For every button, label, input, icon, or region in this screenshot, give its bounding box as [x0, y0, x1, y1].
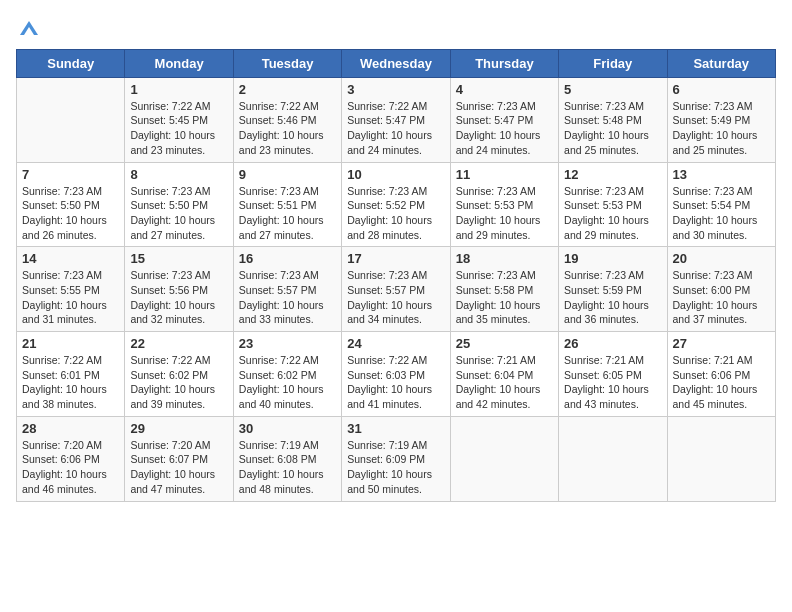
day-info: Sunrise: 7:21 AM Sunset: 6:05 PM Dayligh… [564, 353, 661, 412]
day-info: Sunrise: 7:20 AM Sunset: 6:07 PM Dayligh… [130, 438, 227, 497]
week-row-4: 28Sunrise: 7:20 AM Sunset: 6:06 PM Dayli… [17, 416, 776, 501]
day-info: Sunrise: 7:22 AM Sunset: 6:03 PM Dayligh… [347, 353, 444, 412]
calendar-cell: 20Sunrise: 7:23 AM Sunset: 6:00 PM Dayli… [667, 247, 775, 332]
day-number: 18 [456, 251, 553, 266]
calendar-cell: 17Sunrise: 7:23 AM Sunset: 5:57 PM Dayli… [342, 247, 450, 332]
day-info: Sunrise: 7:22 AM Sunset: 6:02 PM Dayligh… [239, 353, 336, 412]
week-row-1: 7Sunrise: 7:23 AM Sunset: 5:50 PM Daylig… [17, 162, 776, 247]
logo [16, 16, 40, 39]
calendar-cell [450, 416, 558, 501]
day-info: Sunrise: 7:19 AM Sunset: 6:08 PM Dayligh… [239, 438, 336, 497]
day-number: 12 [564, 167, 661, 182]
calendar-cell: 9Sunrise: 7:23 AM Sunset: 5:51 PM Daylig… [233, 162, 341, 247]
day-number: 15 [130, 251, 227, 266]
day-info: Sunrise: 7:23 AM Sunset: 5:58 PM Dayligh… [456, 268, 553, 327]
day-info: Sunrise: 7:23 AM Sunset: 5:57 PM Dayligh… [347, 268, 444, 327]
calendar-cell: 30Sunrise: 7:19 AM Sunset: 6:08 PM Dayli… [233, 416, 341, 501]
weekday-wednesday: Wednesday [342, 49, 450, 77]
day-number: 2 [239, 82, 336, 97]
calendar-cell: 5Sunrise: 7:23 AM Sunset: 5:48 PM Daylig… [559, 77, 667, 162]
calendar-cell: 31Sunrise: 7:19 AM Sunset: 6:09 PM Dayli… [342, 416, 450, 501]
day-number: 11 [456, 167, 553, 182]
calendar-cell: 14Sunrise: 7:23 AM Sunset: 5:55 PM Dayli… [17, 247, 125, 332]
calendar-cell: 4Sunrise: 7:23 AM Sunset: 5:47 PM Daylig… [450, 77, 558, 162]
day-number: 8 [130, 167, 227, 182]
week-row-2: 14Sunrise: 7:23 AM Sunset: 5:55 PM Dayli… [17, 247, 776, 332]
calendar-cell: 25Sunrise: 7:21 AM Sunset: 6:04 PM Dayli… [450, 332, 558, 417]
day-info: Sunrise: 7:23 AM Sunset: 5:59 PM Dayligh… [564, 268, 661, 327]
day-number: 28 [22, 421, 119, 436]
day-info: Sunrise: 7:21 AM Sunset: 6:06 PM Dayligh… [673, 353, 770, 412]
day-info: Sunrise: 7:22 AM Sunset: 5:46 PM Dayligh… [239, 99, 336, 158]
calendar-cell [667, 416, 775, 501]
day-info: Sunrise: 7:23 AM Sunset: 5:52 PM Dayligh… [347, 184, 444, 243]
weekday-saturday: Saturday [667, 49, 775, 77]
calendar-cell: 6Sunrise: 7:23 AM Sunset: 5:49 PM Daylig… [667, 77, 775, 162]
day-info: Sunrise: 7:19 AM Sunset: 6:09 PM Dayligh… [347, 438, 444, 497]
calendar-cell: 24Sunrise: 7:22 AM Sunset: 6:03 PM Dayli… [342, 332, 450, 417]
calendar-cell [559, 416, 667, 501]
day-number: 3 [347, 82, 444, 97]
day-number: 14 [22, 251, 119, 266]
logo-icon [18, 17, 40, 39]
calendar-cell: 12Sunrise: 7:23 AM Sunset: 5:53 PM Dayli… [559, 162, 667, 247]
day-number: 10 [347, 167, 444, 182]
day-info: Sunrise: 7:22 AM Sunset: 6:01 PM Dayligh… [22, 353, 119, 412]
day-number: 6 [673, 82, 770, 97]
calendar-cell: 26Sunrise: 7:21 AM Sunset: 6:05 PM Dayli… [559, 332, 667, 417]
day-number: 23 [239, 336, 336, 351]
day-number: 1 [130, 82, 227, 97]
calendar-cell: 1Sunrise: 7:22 AM Sunset: 5:45 PM Daylig… [125, 77, 233, 162]
calendar-cell: 27Sunrise: 7:21 AM Sunset: 6:06 PM Dayli… [667, 332, 775, 417]
day-number: 30 [239, 421, 336, 436]
day-number: 17 [347, 251, 444, 266]
day-number: 25 [456, 336, 553, 351]
week-row-3: 21Sunrise: 7:22 AM Sunset: 6:01 PM Dayli… [17, 332, 776, 417]
day-number: 29 [130, 421, 227, 436]
day-number: 26 [564, 336, 661, 351]
day-number: 22 [130, 336, 227, 351]
day-info: Sunrise: 7:23 AM Sunset: 5:51 PM Dayligh… [239, 184, 336, 243]
day-info: Sunrise: 7:22 AM Sunset: 6:02 PM Dayligh… [130, 353, 227, 412]
calendar-cell: 10Sunrise: 7:23 AM Sunset: 5:52 PM Dayli… [342, 162, 450, 247]
weekday-friday: Friday [559, 49, 667, 77]
day-info: Sunrise: 7:23 AM Sunset: 5:54 PM Dayligh… [673, 184, 770, 243]
calendar-cell: 3Sunrise: 7:22 AM Sunset: 5:47 PM Daylig… [342, 77, 450, 162]
calendar-cell: 16Sunrise: 7:23 AM Sunset: 5:57 PM Dayli… [233, 247, 341, 332]
day-info: Sunrise: 7:23 AM Sunset: 5:57 PM Dayligh… [239, 268, 336, 327]
calendar-cell: 8Sunrise: 7:23 AM Sunset: 5:50 PM Daylig… [125, 162, 233, 247]
day-info: Sunrise: 7:23 AM Sunset: 5:56 PM Dayligh… [130, 268, 227, 327]
day-number: 9 [239, 167, 336, 182]
weekday-sunday: Sunday [17, 49, 125, 77]
calendar-cell: 23Sunrise: 7:22 AM Sunset: 6:02 PM Dayli… [233, 332, 341, 417]
day-info: Sunrise: 7:22 AM Sunset: 5:45 PM Dayligh… [130, 99, 227, 158]
weekday-thursday: Thursday [450, 49, 558, 77]
day-number: 27 [673, 336, 770, 351]
calendar-header: SundayMondayTuesdayWednesdayThursdayFrid… [17, 49, 776, 77]
calendar-cell: 22Sunrise: 7:22 AM Sunset: 6:02 PM Dayli… [125, 332, 233, 417]
weekday-tuesday: Tuesday [233, 49, 341, 77]
day-info: Sunrise: 7:23 AM Sunset: 6:00 PM Dayligh… [673, 268, 770, 327]
calendar-table: SundayMondayTuesdayWednesdayThursdayFrid… [16, 49, 776, 502]
calendar-cell: 2Sunrise: 7:22 AM Sunset: 5:46 PM Daylig… [233, 77, 341, 162]
day-info: Sunrise: 7:23 AM Sunset: 5:48 PM Dayligh… [564, 99, 661, 158]
weekday-monday: Monday [125, 49, 233, 77]
calendar-cell [17, 77, 125, 162]
day-info: Sunrise: 7:23 AM Sunset: 5:50 PM Dayligh… [130, 184, 227, 243]
day-info: Sunrise: 7:23 AM Sunset: 5:53 PM Dayligh… [456, 184, 553, 243]
calendar-body: 1Sunrise: 7:22 AM Sunset: 5:45 PM Daylig… [17, 77, 776, 501]
day-info: Sunrise: 7:20 AM Sunset: 6:06 PM Dayligh… [22, 438, 119, 497]
day-number: 21 [22, 336, 119, 351]
day-number: 13 [673, 167, 770, 182]
day-number: 19 [564, 251, 661, 266]
day-info: Sunrise: 7:23 AM Sunset: 5:47 PM Dayligh… [456, 99, 553, 158]
day-info: Sunrise: 7:21 AM Sunset: 6:04 PM Dayligh… [456, 353, 553, 412]
day-info: Sunrise: 7:22 AM Sunset: 5:47 PM Dayligh… [347, 99, 444, 158]
calendar-cell: 18Sunrise: 7:23 AM Sunset: 5:58 PM Dayli… [450, 247, 558, 332]
calendar-cell: 13Sunrise: 7:23 AM Sunset: 5:54 PM Dayli… [667, 162, 775, 247]
calendar-cell: 11Sunrise: 7:23 AM Sunset: 5:53 PM Dayli… [450, 162, 558, 247]
calendar-cell: 28Sunrise: 7:20 AM Sunset: 6:06 PM Dayli… [17, 416, 125, 501]
day-info: Sunrise: 7:23 AM Sunset: 5:53 PM Dayligh… [564, 184, 661, 243]
day-info: Sunrise: 7:23 AM Sunset: 5:55 PM Dayligh… [22, 268, 119, 327]
calendar-cell: 21Sunrise: 7:22 AM Sunset: 6:01 PM Dayli… [17, 332, 125, 417]
